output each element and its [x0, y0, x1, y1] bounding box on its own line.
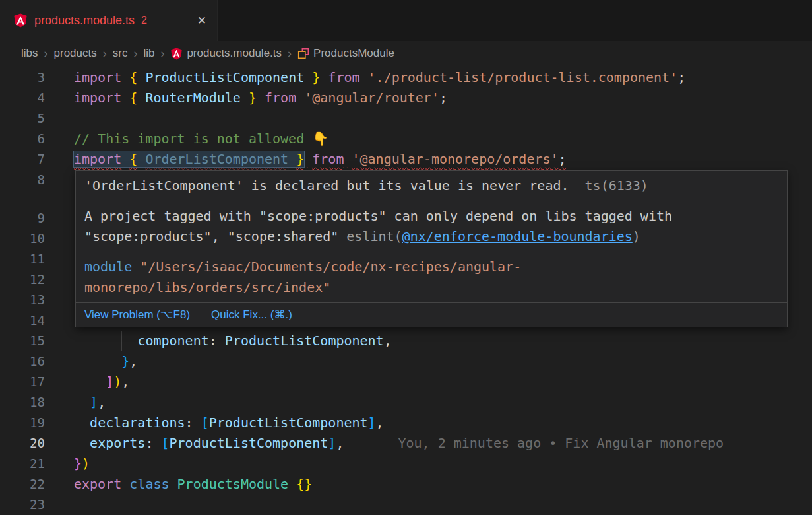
code-line-18[interactable]: 18 ],: [0, 392, 812, 413]
code-line-5[interactable]: 5: [0, 108, 812, 129]
code-segment: component: ProductListComponent,: [74, 333, 392, 349]
class-symbol-icon: [297, 48, 309, 59]
hover-tooltip: 'OrderListComponent' is declared but its…: [75, 170, 788, 327]
code-segment: ]),: [74, 374, 129, 390]
line-number: 20: [0, 433, 45, 454]
code-text: export class ProductsModule {}: [74, 474, 312, 495]
code-line-7[interactable]: 7import { OrderListComponent } from '@an…: [0, 149, 812, 170]
code-text: import { OrderListComponent } from '@ang…: [74, 149, 567, 170]
code-segment: }): [74, 456, 90, 471]
angular-icon: [170, 48, 183, 60]
breadcrumb: libs › products › src › lib › products.m…: [0, 41, 812, 66]
line-number: 10: [0, 228, 45, 249]
code-line-22[interactable]: 22export class ProductsModule {}: [0, 474, 812, 495]
editor: 3import { ProductListComponent } from '.…: [0, 66, 812, 515]
hover-ts-diagnostic: 'OrderListComponent' is declared but its…: [76, 171, 787, 201]
code-text: import { ProductListComponent } from './…: [74, 67, 685, 88]
breadcrumb-separator: ›: [133, 47, 137, 61]
code-segment: ],: [74, 394, 106, 410]
eslint-rule-link[interactable]: @nx/enforce-module-boundaries: [402, 228, 633, 244]
breadcrumb-separator: ›: [44, 47, 48, 61]
code-segment: export class ProductsModule {}: [74, 476, 312, 492]
code-line-3[interactable]: 3import { ProductListComponent } from '.…: [0, 67, 812, 88]
line-number: 11: [0, 249, 45, 269]
line-number: 7: [0, 149, 45, 170]
line-number: 22: [0, 474, 45, 495]
code-segment: import { RouterModule } from '@angular/r…: [74, 90, 447, 106]
line-number: 23: [0, 495, 45, 515]
line-number: 12: [0, 269, 45, 290]
quick-fix-action[interactable]: Quick Fix... (⌘.): [211, 308, 292, 322]
code-segment: declarations: [ProductListComponent],: [74, 415, 384, 430]
code-text: exports: [ProductListComponent],You, 2 m…: [74, 433, 724, 454]
line-number: 9: [0, 208, 45, 228]
hover-eslint-diagnostic: A project tagged with "scope:products" c…: [76, 201, 787, 252]
breadcrumb-item-symbol[interactable]: ProductsModule: [297, 47, 394, 60]
code-segment: // This import is not allowed 👇: [74, 131, 328, 147]
line-number: 17: [0, 372, 45, 392]
line-number: 16: [0, 351, 45, 372]
line-number: 21: [0, 454, 45, 474]
breadcrumb-item-lib[interactable]: lib: [143, 47, 154, 60]
line-number: 6: [0, 129, 45, 149]
code-line-17[interactable]: 17 ]),: [0, 372, 812, 392]
tab-filename: products.module.ts: [34, 14, 135, 28]
ts-error-code: ts(6133): [585, 178, 648, 193]
code-segment: from '@angular-monorepo/orders';: [304, 151, 566, 167]
code-text: ]),: [74, 372, 129, 392]
code-segment: exports: [ProductListComponent],You, 2 m…: [74, 435, 724, 451]
code-text: },: [74, 351, 137, 372]
hover-module-info: module"/Users/isaac/Documents/code/nx-re…: [76, 252, 787, 303]
code-text: component: ProductListComponent,: [74, 331, 392, 351]
code-line-20[interactable]: 20 exports: [ProductListComponent],You, …: [0, 433, 812, 454]
line-number: 15: [0, 331, 45, 351]
ts-diagnostic-message: 'OrderListComponent' is declared but its…: [84, 178, 569, 193]
code-line-16[interactable]: 16 },: [0, 351, 812, 372]
code-line-6[interactable]: 6// This import is not allowed 👇: [0, 129, 812, 149]
tab-problem-count: 2: [141, 15, 147, 26]
module-path-line2: monorepo/libs/orders/src/index": [84, 277, 778, 298]
code-line-15[interactable]: 15 component: ProductListComponent,: [0, 331, 812, 351]
line-number: 4: [0, 88, 45, 108]
code-segment: import { ProductListComponent } from './…: [74, 69, 685, 85]
eslint-message-line1: A project tagged with "scope:products" c…: [84, 206, 778, 226]
eslint-message-line2: "scope:products", "scope:shared"eslint(@…: [84, 226, 778, 247]
view-problem-action[interactable]: View Problem (⌥F8): [84, 308, 190, 322]
highlighted-import-range: import { OrderListComponent }: [74, 151, 304, 167]
code-line-4[interactable]: 4import { RouterModule } from '@angular/…: [0, 88, 812, 108]
code-text: ],: [74, 392, 106, 413]
line-number: 8: [0, 170, 45, 190]
tab-products-module[interactable]: products.module.ts 2 ✕: [0, 0, 218, 41]
code-segment: },: [74, 353, 137, 369]
line-number: 3: [0, 67, 45, 88]
breadcrumb-item-src[interactable]: src: [113, 47, 128, 60]
code-line-21[interactable]: 21}): [0, 454, 812, 474]
code-text: // This import is not allowed 👇: [74, 129, 328, 149]
tab-bar: products.module.ts 2 ✕: [0, 0, 812, 41]
code-text: declarations: [ProductListComponent],: [74, 413, 384, 433]
breadcrumb-item-products[interactable]: products: [54, 47, 97, 60]
line-number: 19: [0, 413, 45, 433]
code-text: }): [74, 454, 90, 474]
line-number: 5: [0, 108, 45, 129]
hover-actions: View Problem (⌥F8) Quick Fix... (⌘.): [76, 303, 787, 327]
breadcrumb-item-libs[interactable]: libs: [21, 47, 38, 60]
code-line-23[interactable]: 23: [0, 495, 812, 515]
breadcrumb-item-file[interactable]: products.module.ts: [170, 47, 282, 60]
angular-icon: [13, 13, 28, 28]
code-line-19[interactable]: 19 declarations: [ProductListComponent],: [0, 413, 812, 433]
breadcrumb-separator: ›: [160, 47, 164, 61]
module-path-line1: module"/Users/isaac/Documents/code/nx-re…: [84, 257, 778, 277]
breadcrumb-separator: ›: [288, 47, 292, 61]
line-number: 18: [0, 392, 45, 413]
code-text: import { RouterModule } from '@angular/r…: [74, 88, 447, 108]
line-number: 14: [0, 310, 45, 331]
tab-close-icon[interactable]: ✕: [197, 14, 206, 28]
line-number: 13: [0, 290, 45, 310]
breadcrumb-separator: ›: [103, 47, 107, 61]
